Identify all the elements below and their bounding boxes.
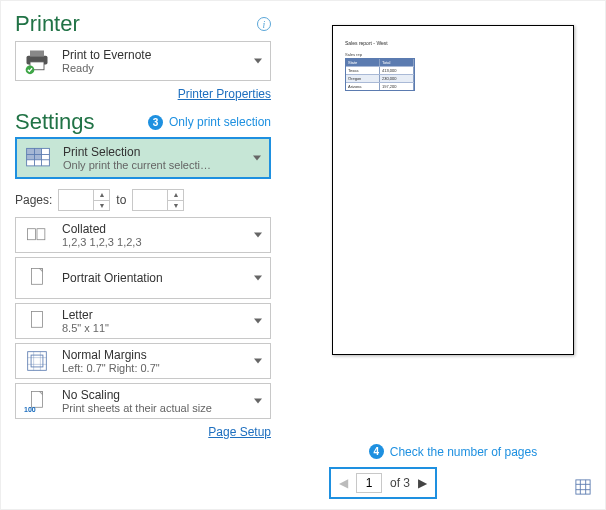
chevron-down-icon: [254, 319, 262, 324]
print-area-selector[interactable]: Print Selection Only print the current s…: [15, 137, 271, 179]
print-area-title: Print Selection: [63, 145, 211, 159]
margins-title: Normal Margins: [62, 348, 160, 362]
collate-sub: 1,2,3 1,2,3 1,2,3: [62, 236, 142, 248]
paper-size-selector[interactable]: Letter 8.5" x 11": [15, 303, 271, 339]
pages-label: Pages:: [15, 193, 52, 207]
print-preview: Sales report - West Sales rep State Tota…: [332, 25, 574, 355]
page-setup-link[interactable]: Page Setup: [15, 425, 271, 439]
svg-rect-11: [37, 229, 45, 240]
preview-table: State Total Texas413,000 Oregon230,000 A…: [345, 58, 415, 91]
chevron-down-icon: [254, 233, 262, 238]
scaling-icon: 100: [22, 389, 52, 413]
chevron-down-icon: [254, 359, 262, 364]
pages-from-spinner[interactable]: ▲▼: [58, 189, 110, 211]
scaling-sub: Print sheets at their actual size: [62, 402, 212, 414]
margins-selector[interactable]: Normal Margins Left: 0.7" Right: 0.7": [15, 343, 271, 379]
pages-from-input[interactable]: [59, 190, 93, 210]
scaling-title: No Scaling: [62, 388, 212, 402]
pages-to-label: to: [116, 193, 126, 207]
svg-rect-23: [576, 480, 590, 494]
collate-selector[interactable]: Collated 1,2,3 1,2,3 1,2,3: [15, 217, 271, 253]
spin-down-icon[interactable]: ▼: [94, 201, 109, 211]
print-area-sub: Only print the current selecti…: [63, 159, 211, 171]
next-page-button[interactable]: ▶: [418, 476, 427, 490]
margins-icon: [22, 349, 52, 373]
printer-selector[interactable]: Print to Evernote Ready: [15, 41, 271, 81]
of-label: of 3: [390, 476, 410, 490]
svg-rect-21: [32, 392, 43, 408]
annotation-4: 4 Check the number of pages: [311, 444, 595, 459]
chevron-down-icon: [254, 399, 262, 404]
collate-icon: [22, 223, 52, 247]
spin-up-icon[interactable]: ▲: [168, 190, 183, 201]
current-page-input[interactable]: [356, 473, 382, 493]
info-icon[interactable]: i: [257, 17, 271, 31]
spin-down-icon[interactable]: ▼: [168, 201, 183, 211]
chevron-down-icon: [254, 59, 262, 64]
svg-rect-10: [28, 229, 36, 240]
selection-icon: [23, 143, 53, 173]
svg-rect-1: [30, 51, 44, 57]
paper-sub: 8.5" x 11": [62, 322, 109, 334]
orientation-selector[interactable]: Portrait Orientation: [15, 257, 271, 299]
printer-icon: [22, 46, 52, 76]
svg-rect-12: [32, 269, 43, 285]
svg-rect-14: [32, 312, 43, 328]
collate-title: Collated: [62, 222, 142, 236]
chevron-down-icon: [254, 276, 262, 281]
chevron-down-icon: [253, 156, 261, 161]
page-navigator: ◀ of 3 ▶: [329, 467, 437, 499]
settings-heading: Settings: [15, 109, 95, 135]
preview-title: Sales report - West: [345, 40, 561, 46]
svg-rect-15: [28, 352, 47, 371]
pages-to-input[interactable]: [133, 190, 167, 210]
printer-name: Print to Evernote: [62, 48, 151, 62]
paper-title: Letter: [62, 308, 109, 322]
printer-status: Ready: [62, 62, 151, 74]
margins-sub: Left: 0.7" Right: 0.7": [62, 362, 160, 374]
spin-up-icon[interactable]: ▲: [94, 190, 109, 201]
orientation-title: Portrait Orientation: [62, 271, 163, 285]
printer-heading: Printer: [15, 11, 80, 37]
portrait-icon: [22, 266, 52, 290]
scaling-selector[interactable]: 100 No Scaling Print sheets at their act…: [15, 383, 271, 419]
paper-icon: [22, 309, 52, 333]
pages-to-spinner[interactable]: ▲▼: [132, 189, 184, 211]
prev-page-button[interactable]: ◀: [339, 476, 348, 490]
svg-rect-9: [27, 148, 42, 159]
annotation-3: 3 Only print selection: [148, 115, 271, 130]
printer-properties-link[interactable]: Printer Properties: [15, 87, 271, 101]
show-margins-button[interactable]: [575, 479, 591, 495]
